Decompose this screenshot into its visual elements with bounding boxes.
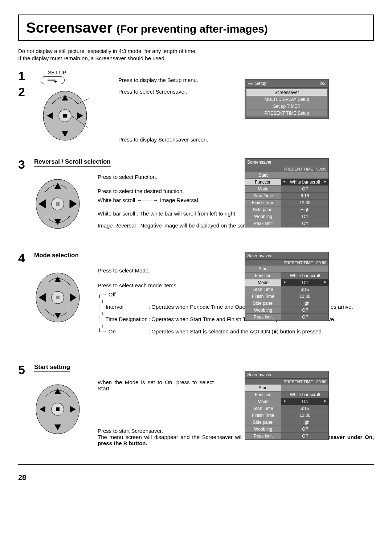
osd-row-value: White bar scroll <box>281 391 328 398</box>
osd1-list: Screensaver MULTI DISPLAY Setup Set up T… <box>246 89 327 117</box>
step-2: 2 Press to select Screensaver. Press <box>18 86 374 147</box>
osd2-title: Screensaver <box>245 159 328 166</box>
osd-row-value: Off <box>281 426 328 432</box>
step-5: 5 Start setting <box>18 364 374 458</box>
step5-d2: Press to start Screensaver. <box>98 428 374 434</box>
step-num-2: 2 <box>18 86 34 98</box>
osd-row-value: Off <box>281 279 328 286</box>
osd2-pt: PRESENT TIME 99:99 <box>245 166 328 172</box>
osd-row-label: Peak limit <box>245 220 281 227</box>
setup-button-icon <box>41 76 65 84</box>
osd-row: Side panelHigh <box>245 419 328 426</box>
step5-d3: The menu screen will disappear and the S… <box>98 434 374 446</box>
osd-row-label: Side panel <box>245 300 281 307</box>
setup-label: SET UP <box>48 70 374 75</box>
osd-row: ModeOn <box>245 398 328 405</box>
osd-row-label: Function <box>245 272 281 279</box>
osd-row: Start <box>245 266 328 272</box>
step4-d2: Press to select each mode items. <box>98 282 374 288</box>
osd-row-label: Finish Time <box>245 200 281 206</box>
step4-heading: Mode selection <box>34 252 79 260</box>
osd-row: Peak limitOff <box>245 433 328 440</box>
osd1-item: MULTI DISPLAY Setup <box>246 96 327 103</box>
osd-row-value <box>281 266 328 272</box>
svg-rect-10 <box>63 114 67 118</box>
osd-row: WobblingOff <box>245 426 328 433</box>
osd-row-value: 12:30 <box>281 412 328 419</box>
step3-note2: Image Reversal : Negative image will be … <box>98 222 374 229</box>
osd-row-label: Function <box>245 391 281 398</box>
osd-row: FunctionWhite bar scroll <box>245 391 328 398</box>
osd-row-label: Mode <box>245 398 281 405</box>
osd-row-label: Peak limit <box>245 314 281 320</box>
step2-desc2: Press to display Screensaver screen. <box>118 136 208 143</box>
step3-heading: Reversal / Scroll selection <box>34 158 111 167</box>
osd-row-label: Peak limit <box>245 433 281 439</box>
osd-row-value: White bar scroll <box>281 179 328 185</box>
osd4-title: Screensaver <box>245 371 328 379</box>
osd-row: Side panelHigh <box>245 300 328 307</box>
osd-row-value: 6:15 <box>281 193 328 199</box>
osd-row-value: High <box>281 300 328 307</box>
osd-row: ModeOff <box>245 186 328 193</box>
osd-row-value: 12:30 <box>281 200 328 206</box>
page-number: 28 <box>18 473 374 482</box>
page-title-box: Screensaver (For preventing after-images… <box>18 15 374 41</box>
osd-row: Start <box>245 385 328 391</box>
osd3-pt: PRESENT TIME 99:99 <box>245 260 328 266</box>
osd-row-label: Wobbling <box>245 213 281 220</box>
osd-row-value: High <box>281 206 328 213</box>
osd-row: WobblingOff <box>245 213 328 220</box>
step5-heading: Start setting <box>34 364 70 372</box>
osd-row-label: Start Time <box>245 286 281 293</box>
osd-screensaver-5: Screensaver PRESENT TIME 99:99 StartFunc… <box>245 371 329 440</box>
dpad-icon <box>34 176 81 230</box>
osd-row: Start Time6:15 <box>245 286 328 293</box>
osd-row-value <box>281 385 328 391</box>
menu-icon <box>248 82 253 85</box>
osd-row: FunctionWhite bar scroll <box>245 272 328 279</box>
osd-row: Finish Time12:30 <box>245 412 328 419</box>
osd-row-label: Mode <box>245 186 281 192</box>
osd-row-value: Off <box>281 433 328 439</box>
osd-row: WobblingOff <box>245 307 328 314</box>
osd-row-label: Function <box>245 179 281 185</box>
dpad-icon <box>34 381 81 435</box>
osd-row-value: Off <box>281 213 328 220</box>
step-num-1: 1 <box>18 70 34 82</box>
step-num-3: 3 <box>18 158 34 171</box>
osd-row-label: Side panel <box>245 419 281 426</box>
step3-arrow: White bar scroll ←――→ Image Reversal <box>98 197 374 203</box>
osd-setup-menu: Setup 2/2 Screensaver MULTI DISPLAY Setu… <box>245 79 329 119</box>
osd-row: Start Time6:15 <box>245 193 328 200</box>
osd-row: Finish Time12:30 <box>245 200 328 206</box>
osd-row-value: White bar scroll <box>281 272 328 279</box>
osd-row-label: Start Time <box>245 405 281 412</box>
osd-row-label: Start <box>245 266 281 272</box>
title-sub: (For preventing after-images) <box>117 23 268 35</box>
osd-row-label: Start <box>245 385 281 391</box>
osd-row-value <box>281 172 328 178</box>
dpad-icon <box>41 87 89 142</box>
svg-rect-29 <box>56 296 60 299</box>
osd1-page: 2/2 <box>319 81 326 86</box>
osd-row: Start Time6:15 <box>245 405 328 412</box>
osd-row-value: 6:15 <box>281 405 328 412</box>
osd4-pt: PRESENT TIME 99:99 <box>245 379 328 385</box>
intro-line2: If the display must remain on, a Screens… <box>18 55 374 62</box>
step-3: 3 Reversal / Scroll selection <box>18 158 374 249</box>
osd1-title: Setup <box>255 81 266 86</box>
osd1-item: Set up TIMER <box>246 103 327 110</box>
osd-screensaver-4: Screensaver PRESENT TIME 99:99 StartFunc… <box>245 252 329 321</box>
osd-row-value: 12:30 <box>281 293 328 300</box>
osd-row-label: Wobbling <box>245 307 281 313</box>
osd-row-label: Wobbling <box>245 426 281 432</box>
intro-line1: Do not display a still picture, especial… <box>18 48 374 55</box>
osd-row-value: Off <box>281 186 328 192</box>
osd-screensaver-3: Screensaver PRESENT TIME 99:99 StartFunc… <box>245 158 329 227</box>
osd-row-label: Finish Time <box>245 293 281 300</box>
svg-marker-3 <box>54 81 57 83</box>
osd-row-label: Side panel <box>245 206 281 213</box>
osd-row-value: Off <box>281 220 328 227</box>
step3-d1: Press to select Function. <box>98 174 374 180</box>
